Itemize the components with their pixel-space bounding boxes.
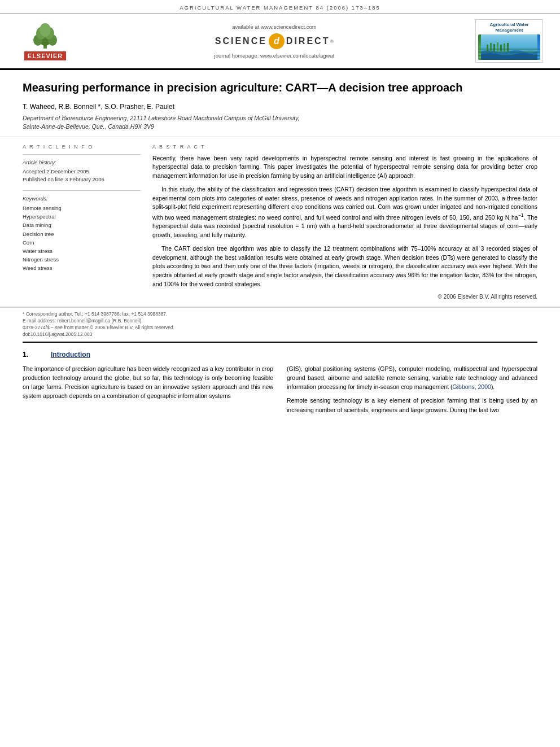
sciencedirect-area: available at www.sciencedirect.com SCIEN… [79, 24, 470, 59]
keyword-hyperspectral: Hyperspectral [23, 212, 141, 221]
keywords-label: Keywords: [23, 195, 141, 202]
journal-homepage-text: journal homepage: www.elsevier.com/locat… [79, 53, 470, 59]
sciencedirect-logo: SCIENCE d DIRECT ® [79, 33, 470, 49]
affiliation-line1: Department of Bioresource Engineering, 2… [23, 115, 300, 121]
svg-point-6 [40, 23, 51, 37]
intro-left-text: The importance of precision agriculture … [23, 364, 273, 401]
available-text: available at www.sciencedirect.com [79, 24, 470, 30]
published-date: Published on line 3 February 2006 [23, 176, 141, 184]
intro-para-right-1: (GIS), global positioning systems (GPS),… [287, 364, 537, 392]
svg-rect-13 [504, 43, 505, 51]
journal-logo-image [478, 34, 540, 60]
affiliation: Department of Bioresource Engineering, 2… [23, 114, 537, 130]
abstract-text: Recently, there have been very rapid dev… [152, 154, 537, 289]
article-abstract-section: A R T I C L E I N F O Article history: A… [0, 137, 560, 307]
paper-title: Measuring performance in precision agric… [23, 80, 537, 95]
svg-rect-14 [507, 43, 509, 51]
accepted-date: Accepted 2 December 2005 [23, 168, 141, 176]
journal-name: AGRICULTURAL WATER MANAGEMENT 84 (2006) … [180, 5, 380, 11]
keyword-weed-stress: Weed stress [23, 264, 141, 272]
article-info-header: A R T I C L E I N F O [23, 144, 141, 150]
abstract-column: A B S T R A C T Recently, there have bee… [152, 144, 537, 300]
intro-header: 1. Introduction [0, 343, 560, 359]
journal-header-bar: AGRICULTURAL WATER MANAGEMENT 84 (2006) … [0, 0, 560, 14]
section-number: 1. [23, 351, 40, 359]
keyword-water-stress: Water stress [23, 247, 141, 255]
keyword-data-mining: Data mining [23, 221, 141, 229]
sd-science-text: SCIENCE [215, 36, 267, 46]
elsevier-logo-area: ELSEVIER [11, 22, 79, 60]
email-note: E-mail address: robert.bonnell@mcgill.ca… [23, 318, 537, 324]
authors-text: T. Waheed, R.B. Bonnell *, S.O. Prasher,… [23, 103, 174, 111]
copyright-line: © 2006 Elsevier B.V. All rights reserved… [152, 294, 537, 300]
affiliation-line2: Sainte-Anne-de-Bellevue, Que., Canada H9… [23, 123, 154, 130]
history-label: Article history: [23, 159, 141, 165]
intro-right-col: (GIS), global positioning systems (GPS),… [287, 364, 537, 419]
section-title-text: Introduction [51, 351, 90, 359]
page-wrapper: AGRICULTURAL WATER MANAGEMENT 84 (2006) … [0, 0, 560, 747]
journal-banner: ELSEVIER available at www.sciencedirect.… [0, 14, 560, 70]
intro-para-right-2: Remote sensing technology is a key eleme… [287, 396, 537, 414]
article-info-column: A R T I C L E I N F O Article history: A… [23, 144, 141, 300]
elsevier-tree-icon [25, 22, 65, 50]
issn-note: 0378-3774/$ – see front matter © 2006 El… [23, 325, 537, 330]
divider-2 [23, 190, 141, 191]
keyword-nitrogen-stress: Nitrogen stress [23, 255, 141, 264]
abstract-header: A B S T R A C T [152, 144, 537, 150]
keyword-corn: Corn [23, 238, 141, 247]
svg-rect-8 [487, 45, 488, 51]
journal-logo-title: Agricultural Water Management [478, 22, 540, 33]
abstract-para-3: The CART decision tree algorithm was abl… [152, 244, 537, 289]
abstract-para-1: Recently, there have been very rapid dev… [152, 154, 537, 181]
keyword-decision-tree: Decision tree [23, 230, 141, 238]
intro-left-col: The importance of precision agriculture … [23, 364, 273, 419]
journal-logo-area: Agricultural Water Management [470, 19, 543, 63]
bottom-footer: * Corresponding author. Tel.: +1 514 398… [0, 307, 560, 342]
abstract-para-2: In this study, the ability of the classi… [152, 185, 537, 240]
article-history: Article history: Accepted 2 December 200… [23, 159, 141, 184]
svg-rect-11 [497, 42, 498, 51]
intro-body: The importance of precision agriculture … [0, 364, 560, 419]
elsevier-label: ELSEVIER [24, 51, 66, 60]
keywords-list: Remote sensing Hyperspectral Data mining… [23, 204, 141, 273]
journal-logo-box: Agricultural Water Management [475, 19, 543, 63]
svg-rect-7 [481, 34, 537, 60]
svg-rect-9 [490, 43, 492, 51]
sd-direct-text: DIRECT [286, 36, 330, 46]
reference-gibbons[interactable]: Gibbons, 2000 [453, 383, 491, 390]
authors-line: T. Waheed, R.B. Bonnell *, S.O. Prasher,… [23, 103, 537, 111]
sd-circle-icon: d [269, 33, 285, 49]
corresponding-note: * Corresponding author. Tel.: +1 514 398… [23, 311, 537, 317]
keyword-remote-sensing: Remote sensing [23, 204, 141, 212]
divider-1 [23, 154, 141, 155]
paper-title-section: Measuring performance in precision agric… [0, 70, 560, 137]
svg-rect-12 [500, 45, 502, 51]
sd-registered-icon: ® [330, 38, 334, 44]
doi-note: doi:10.1016/j.agwat.2005.12.003 [23, 331, 537, 337]
svg-rect-10 [493, 44, 495, 51]
intro-para-left: The importance of precision agriculture … [23, 364, 273, 401]
intro-right-text: (GIS), global positioning systems (GPS),… [287, 364, 537, 414]
